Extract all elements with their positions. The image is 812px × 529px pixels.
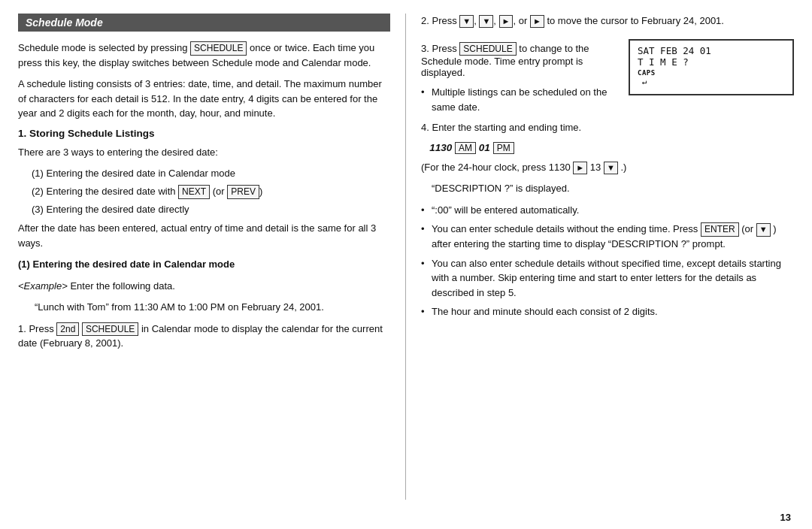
bullet-digits-text: The hour and minute should each consist …: [432, 306, 658, 317]
bullet-noend-paren: (or: [741, 223, 756, 234]
am-box: AM: [455, 142, 476, 154]
bullet-auto: “:00” will be entered automatically.: [421, 203, 794, 218]
step4-text: Enter the starting and ending time.: [432, 122, 581, 133]
bullet-list-1: Multiple listings can be scheduled on th…: [421, 85, 794, 114]
way-3-text: (3) Entering the desired date directly: [32, 204, 189, 215]
example-quote-block: “Lunch with Tom” from 11:30 AM to 1:00 P…: [35, 300, 390, 315]
page-number: 13: [0, 507, 812, 529]
enter-key: ENTER: [701, 222, 739, 237]
step2-cont: to move the cursor to February 24, 2001.: [547, 15, 724, 26]
way-2: (2) Entering the desired date with NEXT …: [32, 184, 390, 199]
step2-arrow4: ►: [530, 15, 544, 28]
step2-arrow3: ►: [499, 15, 514, 28]
desc-displayed: “DESCRIPTION ?” is displayed.: [432, 181, 794, 196]
clock24-end: .): [620, 162, 626, 173]
intro-para2: A schedule listing consists of 3 entries…: [18, 77, 390, 121]
way-1: (1) Entering the desired date in Calenda…: [32, 166, 390, 181]
bullet-auto-text: “:00” will be entered automatically.: [432, 204, 579, 216]
subsection-title: (1) Entering the desired date in Calenda…: [18, 257, 390, 272]
step2-arrow1: ▼: [459, 15, 474, 28]
example-text: Enter the following data.: [70, 280, 174, 292]
display-line1: SAT FEB 24 01: [638, 45, 711, 56]
way-2-text: (2) Entering the desired date with NEXT …: [32, 186, 262, 197]
step1: 1. Press 2nd SCHEDULE in Calendar mode t…: [18, 322, 390, 351]
step4-num: 4.: [421, 122, 432, 133]
bullet-multiple-text: Multiple listings can be scheduled on th…: [432, 86, 607, 113]
desc-displayed-text: “DESCRIPTION ?” is displayed.: [432, 183, 570, 194]
bullet-noend-paren2: ): [773, 223, 776, 234]
step4: 4. Enter the starting and ending time.: [421, 120, 794, 135]
bullet-digits: The hour and minute should each consist …: [421, 304, 794, 319]
2nd-key: 2nd: [56, 322, 79, 337]
bullet-notime-text: You can also enter schedule details with…: [432, 258, 781, 298]
caps-label: CAPS: [638, 69, 785, 77]
schedule-key: SCHEDULE: [190, 41, 247, 56]
way-1-text: (1) Entering the desired date in Calenda…: [32, 168, 235, 179]
bullet-noend-text2: after entering the starting time to disp…: [432, 238, 726, 249]
step2: 2. Press ▼, ▼, ►, or ► to move the curso…: [421, 14, 794, 29]
example-quote: “Lunch with Tom” from 11:30 AM to 1:00 P…: [35, 300, 390, 315]
left-column: Schedule Mode Schedule mode is selected …: [18, 14, 406, 500]
step2-num: 2.: [421, 15, 432, 26]
example-block: <Example> Enter the following data.: [18, 279, 390, 294]
time-value: 1130: [429, 142, 452, 153]
bullet-list-2: “:00” will be entered automatically. You…: [421, 203, 794, 319]
display-line2: T I M E ?: [638, 56, 689, 68]
page: Schedule Mode Schedule mode is selected …: [0, 0, 812, 529]
example-label: <Example>: [18, 280, 68, 292]
clock24: (For the 24-hour clock, press 1130 ► 13 …: [421, 160, 794, 175]
step1-num: 1. Press: [18, 323, 56, 334]
time-entry: 1130 AM 01 PM: [421, 142, 794, 154]
next-key: NEXT: [178, 185, 210, 199]
down-arrow-inline: ▼: [756, 223, 771, 236]
way-3: (3) Entering the desired date directly: [32, 202, 390, 217]
after-date-text: After the date has been entered, actual …: [18, 221, 390, 250]
clock24-num: 13: [590, 162, 601, 173]
bullet-notime: You can also enter schedule details with…: [421, 256, 794, 301]
clock24-arrow1: ►: [573, 162, 587, 174]
ways-list: (1) Entering the desired date in Calenda…: [32, 166, 390, 216]
section1-title: 1. Storing Schedule Listings: [18, 128, 390, 139]
bullet-noend: You can enter schedule details without t…: [421, 222, 794, 251]
step2-text: Press: [432, 15, 456, 26]
clock24-text: (For the 24-hour clock, press 1130: [421, 162, 571, 173]
prev-key: PREV: [227, 185, 259, 199]
clock24-arrow2: ▼: [604, 162, 618, 174]
step3-prefix: Press: [432, 43, 456, 54]
step1-schedule-key: SCHEDULE: [82, 322, 138, 337]
section-title: Schedule Mode: [18, 14, 390, 32]
step3-key: SCHEDULE: [459, 42, 516, 56]
step2-arrow2: ▼: [479, 15, 493, 28]
bullet-multiple: Multiple listings can be scheduled on th…: [421, 85, 794, 114]
step3-num: 3.: [421, 43, 432, 54]
ways-intro: There are 3 ways to entering the desired…: [18, 145, 390, 160]
intro-text-before-key: Schedule mode is selected by pressing: [18, 42, 187, 53]
right-column: 2. Press ▼, ▼, ►, or ► to move the curso…: [406, 14, 794, 500]
time-sep-val: 01: [479, 142, 490, 153]
pm-box: PM: [493, 142, 514, 154]
intro-para1: Schedule mode is selected by pressing SC…: [18, 41, 390, 70]
bullet-noend-text1: You can enter schedule details without t…: [432, 223, 698, 234]
